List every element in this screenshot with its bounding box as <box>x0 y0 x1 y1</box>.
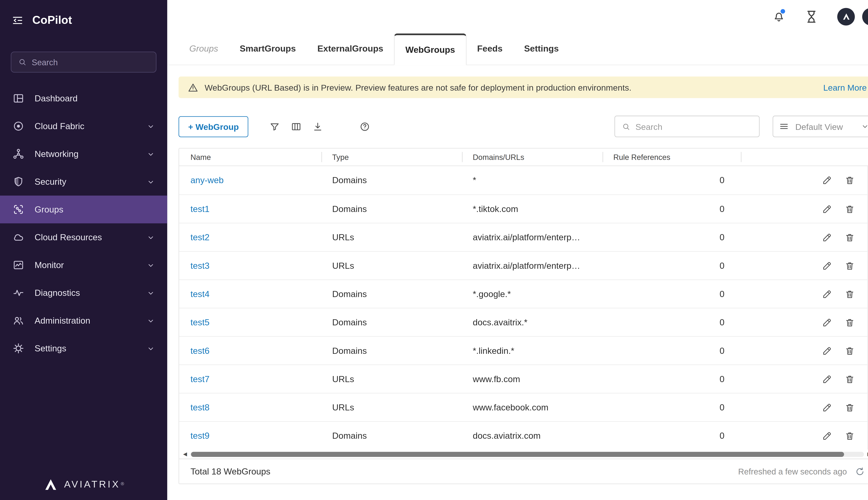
sidebar: CoPilot Dashboard Cloud Fabric Networkin… <box>0 0 167 500</box>
sidebar-item-groups[interactable]: Groups <box>0 196 167 224</box>
column-header-name[interactable]: Name <box>179 149 322 166</box>
delete-icon[interactable] <box>845 260 855 271</box>
diagnostics-icon <box>12 287 24 299</box>
columns-icon[interactable] <box>291 121 302 132</box>
webgroup-name-link[interactable]: test6 <box>191 345 209 355</box>
tab-externalgroups[interactable]: ExternalGroups <box>307 33 394 65</box>
preview-warning-banner: WebGroups (URL Based) is in Preview. Pre… <box>179 77 868 98</box>
user-avatar[interactable]: A <box>862 8 868 25</box>
add-webgroup-button[interactable]: + WebGroup <box>179 116 249 137</box>
table-footer: Total 18 WebGroups Refreshed a few secon… <box>179 459 868 484</box>
view-icon <box>779 121 789 132</box>
delete-icon[interactable] <box>845 345 855 356</box>
cell-rule-references: 0 <box>603 345 741 356</box>
aviatrix-avatar[interactable] <box>837 8 855 25</box>
cell-type: URLs <box>322 402 462 412</box>
table-row: test5 Domains docs.avaitrix.* 0 <box>179 308 868 336</box>
cell-domains-urls: aviatrix.ai/platform/enterp… <box>462 260 603 271</box>
sidebar-item-cloud-fabric[interactable]: Cloud Fabric <box>0 112 167 140</box>
horizontal-scrollbar-track[interactable] <box>191 452 864 457</box>
sidebar-search[interactable] <box>11 52 157 72</box>
horizontal-scrollbar-thumb[interactable] <box>191 452 844 457</box>
cell-type: Domains <box>322 175 462 185</box>
delete-icon[interactable] <box>845 317 855 327</box>
tab-webgroups[interactable]: WebGroups <box>394 34 467 65</box>
help-icon[interactable] <box>359 121 370 132</box>
chevron-down-icon <box>146 232 155 242</box>
horizontal-scrollbar[interactable]: ◀ ▶ <box>179 450 868 458</box>
sidebar-item-settings[interactable]: Settings <box>0 334 167 362</box>
sidebar-item-security[interactable]: Security <box>0 168 167 196</box>
vertical-scrollbar[interactable]: ▲ ▼ <box>867 166 868 450</box>
webgroup-name-link[interactable]: test2 <box>191 232 209 242</box>
cell-domains-urls: *.tiktok.com <box>462 204 603 214</box>
sidebar-item-diagnostics[interactable]: Diagnostics <box>0 279 167 307</box>
delete-icon[interactable] <box>845 232 855 242</box>
edit-icon[interactable] <box>822 317 832 327</box>
webgroup-name-link[interactable]: test3 <box>191 260 209 270</box>
scroll-right-arrow[interactable]: ▶ <box>867 452 868 457</box>
cell-name: test2 <box>179 232 322 242</box>
tab-smartgroups[interactable]: SmartGroups <box>229 33 307 65</box>
view-selector[interactable]: Default View <box>773 116 868 137</box>
administration-icon <box>12 315 24 327</box>
cell-name: test3 <box>179 260 322 271</box>
learn-more-link[interactable]: Learn More <box>823 82 867 92</box>
edit-icon[interactable] <box>822 431 832 441</box>
aviatrix-logo-text: AVIATRIX <box>64 479 120 490</box>
cell-rule-references: 0 <box>603 175 741 185</box>
sidebar-item-dashboard[interactable]: Dashboard <box>0 84 167 112</box>
menu-fold-icon[interactable] <box>11 14 24 26</box>
edit-icon[interactable] <box>822 374 832 384</box>
column-header-rule-references[interactable]: Rule References <box>603 149 741 166</box>
delete-icon[interactable] <box>845 289 855 299</box>
cell-actions <box>741 317 868 327</box>
cell-actions <box>741 260 868 271</box>
edit-icon[interactable] <box>822 345 832 356</box>
chevron-down-icon <box>146 149 155 158</box>
webgroup-name-link[interactable]: test4 <box>191 289 209 299</box>
sidebar-item-cloud-resources[interactable]: Cloud Resources <box>0 224 167 251</box>
edit-icon[interactable] <box>822 260 832 271</box>
edit-icon[interactable] <box>822 232 832 242</box>
edit-icon[interactable] <box>822 289 832 299</box>
webgroup-name-link[interactable]: test5 <box>191 317 209 327</box>
scroll-left-arrow[interactable]: ◀ <box>183 452 187 457</box>
column-header-domains-urls[interactable]: Domains/URLs <box>462 149 603 166</box>
table-search-input[interactable] <box>635 122 752 131</box>
tab-settings[interactable]: Settings <box>513 33 570 65</box>
table-body: any-web Domains * 0 test1 Domains *.tikt… <box>179 166 868 450</box>
delete-icon[interactable] <box>845 374 855 384</box>
filter-icon[interactable] <box>270 121 280 132</box>
sidebar-item-monitor[interactable]: Monitor <box>0 251 167 279</box>
edit-icon[interactable] <box>822 204 832 214</box>
webgroup-name-link[interactable]: any-web <box>191 175 224 185</box>
tab-feeds[interactable]: Feeds <box>467 33 513 65</box>
webgroup-name-link[interactable]: test7 <box>191 374 209 384</box>
refresh-icon[interactable] <box>855 466 865 477</box>
delete-icon[interactable] <box>845 204 855 214</box>
delete-icon[interactable] <box>845 431 855 441</box>
edit-icon[interactable] <box>822 175 832 185</box>
sidebar-search-input[interactable] <box>32 57 149 67</box>
webgroup-name-link[interactable]: test9 <box>191 431 209 440</box>
table-header: Name Type Domains/URLs Rule References <box>179 149 868 166</box>
delete-icon[interactable] <box>845 175 855 185</box>
delete-icon[interactable] <box>845 402 855 412</box>
table-search[interactable] <box>615 116 760 137</box>
webgroup-name-link[interactable]: test1 <box>191 204 209 214</box>
sidebar-item-administration[interactable]: Administration <box>0 307 167 334</box>
webgroup-name-link[interactable]: test8 <box>191 402 209 412</box>
sidebar-item-networking[interactable]: Networking <box>0 140 167 168</box>
download-icon[interactable] <box>312 121 323 132</box>
tab-groups[interactable]: Groups <box>179 33 229 65</box>
column-header-type[interactable]: Type <box>322 149 462 166</box>
edit-icon[interactable] <box>822 402 832 412</box>
cell-type: URLs <box>322 374 462 384</box>
table-row: test9 Domains docs.aviatrix.com 0 <box>179 421 868 450</box>
cell-domains-urls: * <box>462 175 603 185</box>
dashboard-icon <box>12 92 24 104</box>
cell-domains-urls: *.linkedin.* <box>462 345 603 356</box>
chevron-down-icon <box>146 288 155 297</box>
hourglass-icon[interactable] <box>804 9 819 24</box>
